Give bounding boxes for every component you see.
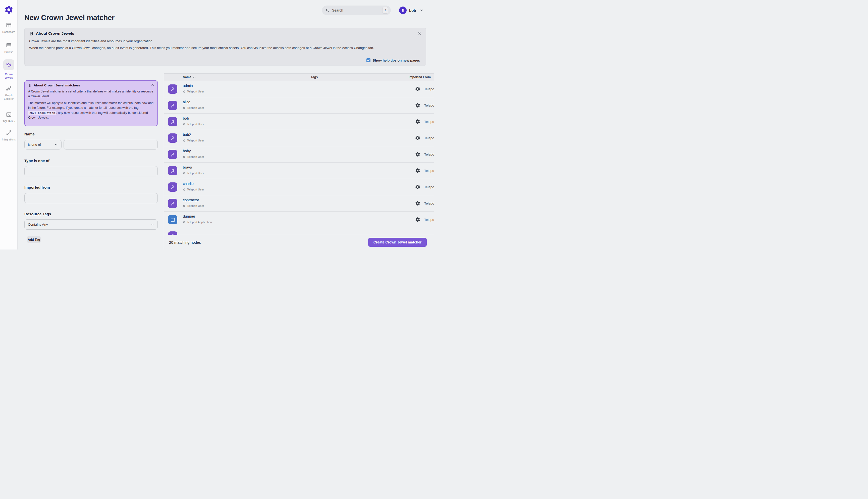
name-value-input[interactable]: [64, 140, 158, 149]
help-tips-checkbox[interactable]: [367, 58, 370, 62]
gear-icon: [415, 200, 420, 206]
teleport-logo-gear-icon[interactable]: [4, 5, 14, 15]
banner-line-1: Crown Jewels are the most important iden…: [29, 39, 421, 43]
person-icon: [170, 102, 176, 109]
close-icon[interactable]: [151, 83, 154, 86]
sidebar-item-label: SQL Editor: [2, 120, 15, 123]
name-operator-value: Is one of: [28, 143, 41, 146]
table-row[interactable]: bob2 Teleport User Teleport: [164, 130, 434, 146]
sidebar-item-crown-jewels[interactable]: CrownJewels: [0, 59, 17, 80]
sidebar: Dashboard Browse CrownJewels GraphExplor…: [0, 0, 17, 250]
person-icon: [170, 168, 176, 174]
about-matchers-card: About Crown Jewel matchers A Crown Jewel…: [24, 81, 158, 126]
node-type: Teleport User: [187, 155, 204, 158]
node-imported-from: Teleport: [424, 218, 434, 222]
table-row[interactable]: bob Teleport User Teleport: [164, 113, 434, 130]
node-avatar: [168, 101, 177, 110]
card-paragraph-1: A Crown Jewel matcher is a set of criter…: [28, 89, 154, 99]
browse-icon: [6, 42, 12, 48]
help-tips-label: Show help tips on new pages: [373, 59, 420, 62]
gear-icon: [415, 86, 420, 92]
gear-icon: [183, 107, 186, 109]
node-type: Teleport User: [187, 106, 204, 109]
tags-operator-select[interactable]: Contains Any: [24, 219, 158, 230]
book-icon: [29, 32, 34, 36]
table-row[interactable]: charlie Teleport User Teleport: [164, 179, 434, 195]
sort-ascending-icon: [193, 76, 196, 78]
node-avatar: [168, 133, 177, 143]
show-help-tips-toggle[interactable]: Show help tips on new pages: [367, 58, 420, 62]
node-imported-from: Teleport: [424, 120, 434, 124]
type-value-input[interactable]: [24, 166, 158, 177]
node-imported-from: Teleport: [424, 202, 434, 205]
node-type: Teleport User: [187, 204, 204, 207]
sidebar-item-label: Integrations: [2, 138, 16, 141]
application-window-icon: [170, 217, 176, 223]
sidebar-item-dashboard[interactable]: Dashboard: [0, 22, 17, 34]
node-avatar: [168, 117, 177, 126]
user-menu[interactable]: B bob: [399, 5, 424, 15]
person-icon: [170, 135, 176, 141]
gear-icon: [183, 90, 186, 93]
node-imported-from: Teleport: [424, 169, 434, 173]
node-list: admin Teleport User Teleport alice Telep…: [164, 81, 434, 235]
name-operator-select[interactable]: Is one of: [24, 140, 62, 149]
search-bar[interactable]: /: [322, 5, 391, 15]
table-row[interactable]: boby Teleport User Teleport: [164, 146, 434, 162]
node-avatar: [168, 84, 177, 94]
gear-icon: [415, 119, 420, 124]
user-name: bob: [409, 8, 416, 13]
column-header-name[interactable]: Name: [183, 74, 196, 81]
node-imported-from: Teleport: [424, 136, 434, 140]
table-row[interactable]: admin Teleport User Teleport: [164, 81, 434, 97]
node-imported-from: Teleport: [424, 185, 434, 189]
resource-tags-label: Resource Tags: [24, 212, 51, 216]
sidebar-item-integrations[interactable]: Integrations: [0, 130, 17, 141]
node-avatar: [168, 166, 177, 175]
table-row[interactable]: contractor Teleport User Teleport: [164, 195, 434, 211]
sidebar-item-label: GraphExplorer: [4, 94, 14, 100]
person-icon: [170, 184, 176, 190]
column-header-tags[interactable]: Tags: [311, 74, 318, 81]
gear-icon: [183, 139, 186, 142]
node-type: Teleport User: [187, 123, 204, 126]
node-avatar: [168, 150, 177, 159]
sidebar-item-browse[interactable]: Browse: [0, 42, 17, 54]
book-icon: [28, 84, 32, 87]
gear-icon: [415, 184, 420, 190]
sidebar-item-graph-explorer[interactable]: GraphExplorer: [0, 85, 17, 100]
gear-icon: [183, 205, 186, 207]
add-tag-button[interactable]: Add Tag: [27, 236, 41, 243]
node-name: alice: [183, 100, 190, 104]
node-type: Teleport Application: [187, 221, 212, 223]
person-icon: [170, 151, 176, 158]
chevron-down-icon: [151, 223, 154, 227]
sidebar-item-label: Browse: [4, 50, 13, 54]
column-header-imported-from[interactable]: Imported From: [409, 74, 431, 81]
node-name: contractor: [183, 198, 199, 202]
search-input[interactable]: [332, 8, 382, 12]
chevron-down-icon: [54, 143, 58, 146]
person-icon: [170, 119, 176, 125]
node-name: admin: [183, 84, 193, 88]
imported-from-input[interactable]: [24, 193, 158, 203]
gear-icon: [183, 156, 186, 158]
gear-icon: [415, 102, 420, 108]
person-icon: [170, 200, 176, 207]
plug-icon: [6, 130, 12, 136]
node-type: Teleport User: [187, 188, 204, 191]
create-crown-jewel-matcher-button[interactable]: Create Crown Jewel matcher: [368, 238, 427, 247]
sidebar-item-sql-editor[interactable]: SQL Editor: [0, 112, 17, 123]
table-row[interactable]: alice Teleport User Teleport: [164, 97, 434, 113]
gear-icon: [415, 217, 420, 222]
node-type: Teleport User: [187, 172, 204, 175]
table-footer: 20 matching nodes Create Crown Jewel mat…: [164, 235, 434, 250]
table-row[interactable]: dumper Teleport Application Teleport: [164, 211, 434, 228]
node-imported-from: Teleport: [424, 104, 434, 107]
gear-icon: [415, 168, 420, 173]
table-row-partial[interactable]: [164, 228, 434, 235]
table-row[interactable]: bravo Teleport User Teleport: [164, 162, 434, 179]
crown-icon: [6, 62, 12, 68]
gear-icon: [183, 221, 186, 223]
close-icon[interactable]: [418, 31, 421, 35]
